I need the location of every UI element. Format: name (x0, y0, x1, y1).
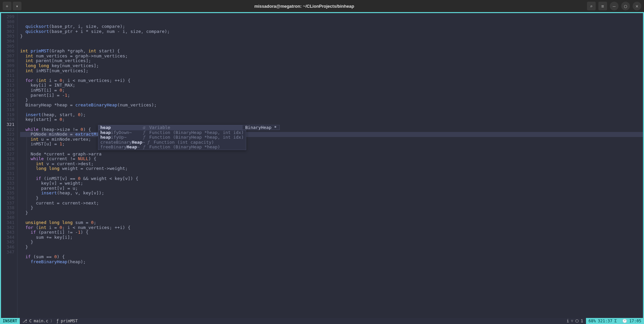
completion-item-name: createBinaryHeap~ (100, 140, 145, 145)
code-line[interactable]: int primMST(Graph *graph, int start) { (20, 49, 643, 54)
completion-item-name: heapifyDown~ (100, 130, 141, 135)
hamburger-menu-button[interactable]: ≡ (598, 2, 607, 10)
maximize-button[interactable]: ◯ (621, 2, 630, 10)
completion-detail: BinaryHeap * (242, 125, 280, 130)
code-line[interactable]: │ parent[v] = u; (20, 186, 643, 191)
code-line[interactable]: int num_vertices = graph->num_vertices; (20, 54, 643, 59)
completion-popup[interactable]: heapαVariableheapifyDown~ƒFunction (Bina… (98, 125, 246, 150)
code-line[interactable]: unsigned long long sum = 0; (20, 220, 643, 225)
new-tab-button[interactable]: + (3, 2, 11, 10)
code-line[interactable]: key[i] = INT_MAX; (20, 83, 643, 88)
line-number: 299 (1, 14, 14, 19)
line-number: 346 (1, 245, 14, 250)
completion-item[interactable]: heapαVariable (98, 125, 246, 130)
tab-dropdown-button[interactable]: ▾ (13, 2, 21, 10)
code-line[interactable]: │ while (current != NULL) { (20, 156, 643, 161)
context-function: primMST (61, 319, 78, 323)
code-line[interactable]: long long key[num_vertices]; (20, 63, 643, 68)
line-number: 347 (1, 250, 14, 255)
code-line[interactable]: } (20, 34, 643, 39)
code-line[interactable]: key[start] = 0; (20, 117, 643, 122)
completion-item[interactable]: createBinaryHeap~ƒFunction (int capacity… (98, 140, 246, 145)
diag-info-icon: i (567, 319, 569, 323)
diag-branch-icon: ⑂ (571, 319, 573, 323)
code-line[interactable]: insert(heap, start, 0); (20, 112, 643, 118)
code-line[interactable]: for (int i = 0; i < num_vertices; ++i) { (20, 225, 643, 230)
line-number: 344 (1, 235, 14, 240)
code-line[interactable] (20, 250, 643, 255)
code-line[interactable]: quicksort(base_ptr + i * size, num - i, … (20, 29, 643, 34)
line-number: 339 (1, 211, 14, 216)
code-line[interactable]: │ (20, 171, 643, 176)
code-line[interactable] (20, 44, 643, 49)
line-number: 307 (1, 54, 14, 59)
statusbar: INSERT ⎇ C main.c 〉 ƒ primMST i ⑂ ⬡ 1 68… (0, 318, 644, 324)
code-line[interactable]: if (sum == 0) { (20, 254, 643, 260)
code-line[interactable]: sum += key[i]; (20, 235, 643, 240)
line-number: 314 (1, 88, 14, 93)
line-number: 301 (1, 24, 14, 29)
line-number: 341 (1, 220, 14, 225)
sep-icon: 〉 (50, 318, 54, 324)
code-line[interactable] (20, 39, 643, 44)
line-number: 313 (1, 83, 14, 88)
line-number: 320 (1, 117, 14, 122)
code-line[interactable]: int inMST[num_vertices]; (20, 68, 643, 74)
editor[interactable]: 2993003013023033043053063073083093103113… (0, 12, 644, 318)
completion-item-type: Function (BinaryHeap *heap, int idx) (149, 135, 244, 140)
branch-icon: ⎇ (22, 319, 27, 323)
code-line[interactable]: } (20, 245, 643, 250)
code-line[interactable]: │ if (inMST[v] == 0 && weight < key[v]) … (20, 176, 643, 181)
code-line[interactable]: freeBinaryHeap(heap); (20, 260, 643, 265)
line-number: 300 (1, 19, 14, 25)
line-number: 328 (1, 156, 14, 161)
line-number: 345 (1, 240, 14, 245)
completion-item-kind-icon: ƒ (147, 140, 152, 145)
line-number: 304 (1, 39, 14, 44)
code-line[interactable]: │ } (20, 196, 643, 201)
minimize-button[interactable]: — (610, 2, 619, 10)
code-line[interactable]: BinaryHeap *heap = createBinaryHeap(num_… (20, 103, 643, 108)
code-line[interactable]: │ key[v] = weight; (20, 181, 643, 186)
completion-item[interactable]: freeBinaryHeap~ƒFunction (BinaryHeap *he… (98, 145, 246, 150)
line-number: 305 (1, 44, 14, 49)
mode-indicator: INSERT (0, 318, 20, 324)
completion-item-name: freeBinaryHeap~ (100, 145, 141, 150)
menu-icon: ≡ (601, 4, 604, 9)
line-number: 330 (1, 166, 14, 171)
code-area[interactable]: quicksort(base_ptr, i, size, compare); q… (17, 13, 643, 318)
code-line[interactable] (20, 107, 643, 112)
code-line[interactable]: parent[i] = -1; (20, 93, 643, 98)
code-line[interactable]: │ insert(heap, v, key[v]); (20, 191, 643, 196)
code-line[interactable]: if (parent[i] != -1) { (20, 230, 643, 235)
line-number: 311 (1, 73, 14, 78)
line-number: 331 (1, 171, 14, 176)
line-number: 335 (1, 191, 14, 196)
search-button[interactable]: ⌕ (587, 2, 596, 10)
code-line[interactable] (20, 73, 643, 78)
close-button[interactable]: ✕ (633, 2, 641, 10)
completion-item[interactable]: heapifyDown~ƒFunction (BinaryHeap *heap,… (98, 130, 246, 135)
code-line[interactable]: } (20, 240, 643, 245)
position-segment: 68% 321:37 Σ (586, 318, 620, 324)
line-number: 318 (1, 107, 14, 112)
cursor-position: 321:37 (598, 319, 612, 323)
filename: main.c (34, 319, 48, 323)
completion-item[interactable]: heapifyUp~ƒFunction (BinaryHeap *heap, i… (98, 135, 246, 140)
code-line[interactable]: int parent[num_vertices]; (20, 58, 643, 63)
code-line[interactable]: } (20, 211, 643, 216)
titlebar: + ▾ missadora@megatron: ~/CLionProjects/… (0, 0, 644, 12)
line-number: 337 (1, 201, 14, 206)
code-line[interactable]: quicksort(base_ptr, i, size, compare); (20, 24, 643, 29)
code-line[interactable] (20, 215, 643, 220)
code-line[interactable]: for (int i = 0; i < num_vertices; ++i) { (20, 78, 643, 83)
code-line[interactable]: │ } (20, 205, 643, 211)
code-line[interactable]: │ Node *current = graph->arra (20, 152, 643, 157)
code-line[interactable]: } (20, 98, 643, 103)
diag-value: 1 (581, 319, 583, 323)
code-line[interactable]: │ current = current->next; (20, 201, 643, 206)
line-number: 315 (1, 93, 14, 98)
code-line[interactable]: inMST[i] = 0; (20, 88, 643, 93)
code-line[interactable]: │ long long weight = current->weight; (20, 166, 643, 171)
completion-item-kind-icon: α (143, 125, 147, 130)
